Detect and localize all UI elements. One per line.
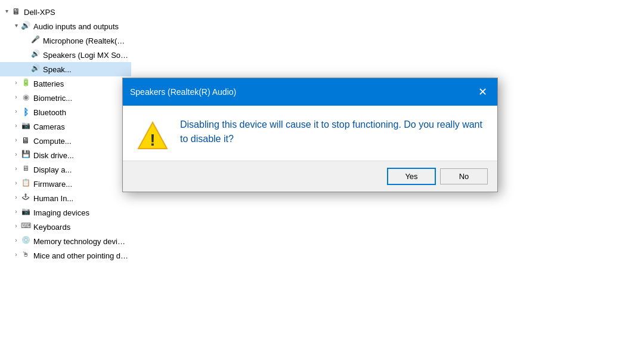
dialog-message: Disabling this device will cause it to s… — [180, 118, 483, 146]
no-button[interactable]: No — [440, 168, 488, 184]
disable-device-dialog: Speakers (Realtek(R) Audio) ✕ ! Disablin… — [122, 78, 498, 192]
dialog-titlebar: Speakers (Realtek(R) Audio) ✕ — [123, 78, 497, 106]
dialog-body: ! Disabling this device will cause it to… — [123, 106, 497, 161]
svg-text:!: ! — [150, 131, 155, 149]
dialog-footer: Yes No — [123, 161, 497, 192]
dialog-close-button[interactable]: ✕ — [475, 84, 490, 100]
modal-overlay: Speakers (Realtek(R) Audio) ✕ ! Disablin… — [0, 0, 644, 348]
warning-icon: ! — [137, 120, 168, 151]
yes-button[interactable]: Yes — [388, 168, 435, 184]
dialog-title: Speakers (Realtek(R) Audio) — [130, 87, 236, 97]
